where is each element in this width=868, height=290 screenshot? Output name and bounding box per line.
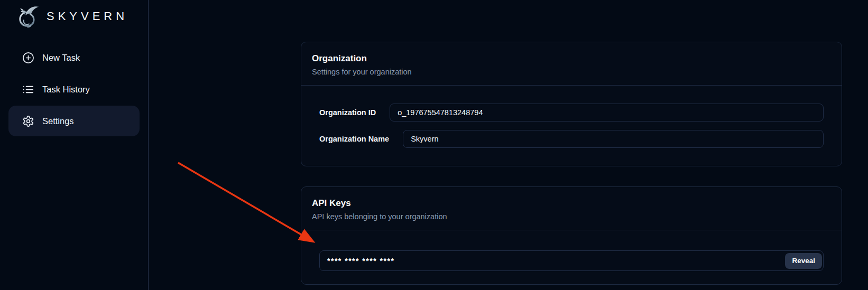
api-keys-card-body: Reveal <box>301 230 842 284</box>
sidebar-item-label: New Task <box>42 53 80 63</box>
sidebar-item-new-task[interactable]: New Task <box>8 42 140 73</box>
organization-card-header: Organization Settings for your organizat… <box>301 42 842 86</box>
organization-card: Organization Settings for your organizat… <box>301 42 842 166</box>
api-keys-card-title: API Keys <box>312 198 831 209</box>
reveal-button[interactable]: Reveal <box>785 253 822 269</box>
plus-circle-icon <box>22 52 34 64</box>
gear-icon <box>22 115 34 127</box>
settings-page: Organization Settings for your organizat… <box>149 0 868 290</box>
sidebar-item-label: Task History <box>42 85 90 95</box>
api-keys-card: API Keys API keys belonging to your orga… <box>301 186 842 285</box>
brand-name: SKYVERN <box>47 10 128 23</box>
sidebar: SKYVERN New Task Task History <box>0 0 149 290</box>
organization-id-input[interactable] <box>390 104 824 121</box>
sidebar-item-task-history[interactable]: Task History <box>8 74 140 105</box>
sidebar-nav: New Task Task History Settings <box>0 42 148 136</box>
organization-name-row: Organization Name <box>319 130 824 148</box>
api-key-row: Reveal <box>319 250 824 271</box>
sidebar-item-label: Settings <box>42 116 74 126</box>
organization-name-label: Organization Name <box>319 135 389 143</box>
brand-logo[interactable]: SKYVERN <box>0 3 148 30</box>
list-icon <box>22 83 34 96</box>
sidebar-item-settings[interactable]: Settings <box>8 106 140 136</box>
organization-id-label: Organization ID <box>319 108 376 117</box>
api-key-input[interactable] <box>319 250 824 271</box>
organization-card-subtitle: Settings for your organization <box>312 68 831 76</box>
api-keys-card-subtitle: API keys belonging to your organization <box>312 212 831 221</box>
organization-id-row: Organization ID <box>319 104 824 121</box>
skyvern-dragon-icon <box>15 4 40 29</box>
organization-card-title: Organization <box>312 53 831 64</box>
organization-name-input[interactable] <box>403 130 824 148</box>
api-keys-card-header: API Keys API keys belonging to your orga… <box>301 187 842 230</box>
organization-card-body: Organization ID Organization Name <box>301 86 842 166</box>
